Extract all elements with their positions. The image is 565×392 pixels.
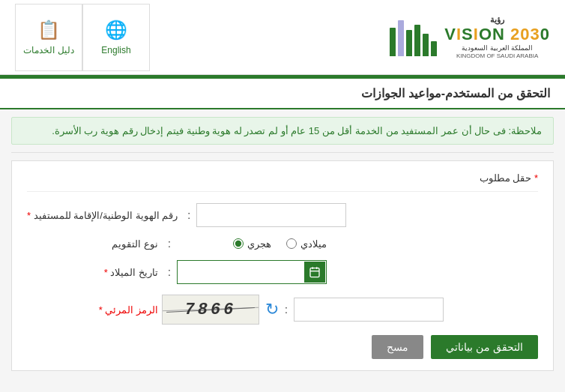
kingdom-label-en: KINGDOM OF SAUDI ARABIA [444,52,550,60]
vision-text: رؤية [444,15,550,25]
captcha-area: ↻ 7866 [162,295,279,325]
captcha-label: الرمز المرئي * [27,304,162,316]
logo-area: رؤية VISION 2030 المملكة العربية السعودي… [390,15,550,60]
captcha-row: : ↻ 7866 الرمز المرئي * [27,295,538,325]
captcha-required-star: * [99,304,103,316]
page-title-bar: التحقق من المستخدم-مواعيد الجوازات [0,79,565,109]
notice-text: ملاحظة: فى حال أن عمر المستفيد من الخدمة… [52,125,542,136]
id-input[interactable] [196,203,346,227]
birthdate-row: : تاريخ الميلاد * [27,260,538,284]
svg-rect-0 [310,268,319,277]
book-icon: 📋 [37,19,60,40]
calendar-icon-button[interactable] [304,262,325,283]
calendar-label: نوع التقويم [27,238,162,250]
bars-chart-icon [390,19,437,56]
action-row: التحقق من بياناتي مسح [27,335,538,359]
id-input-wrapper [196,203,346,227]
captcha-input-wrapper [294,298,444,322]
form-section: حقل مطلوب : رقم الهوية الوطنية/الإقامة ل… [11,160,554,371]
services-label: دليل الخدمات [23,45,73,55]
birthdate-input-wrapper [177,260,327,284]
birthdate-required-star: * [104,267,108,278]
calendar-colon: : [168,238,171,250]
page-title: التحقق من المستخدم-مواعيد الجوازات [15,86,550,100]
captcha-value: 7866 [185,301,237,319]
header: رؤية VISION 2030 المملكة العربية السعودي… [0,0,565,75]
refresh-icon: ↻ [265,300,279,319]
refresh-captcha-button[interactable]: ↻ [265,300,279,319]
english-button[interactable]: 🌐 English [82,4,150,71]
id-colon: : [187,209,190,221]
globe-icon: 🌐 [105,19,127,40]
captcha-image: 7866 [162,295,259,325]
id-label: رقم الهوية الوطنية/الإقامة للمستفيد * [27,210,181,221]
hijri-radio[interactable] [233,238,244,249]
english-label: English [101,45,130,55]
kingdom-label-ar: المملكة العربية السعودية [444,44,550,52]
header-nav: 🌐 English 📋 دليل الخدمات [15,4,150,71]
services-button[interactable]: 📋 دليل الخدمات [15,4,82,71]
separator [11,152,554,153]
hijri-radio-label[interactable]: هجري [233,238,271,250]
captcha-input[interactable] [294,298,444,322]
birthdate-label: تاريخ الميلاد * [27,267,162,278]
miladi-label: ميلادي [300,238,327,250]
calendar-radio-group: ميلادي هجري [177,238,327,250]
hijri-label: هجري [247,238,271,250]
id-row: : رقم الهوية الوطنية/الإقامة للمستفيد * [27,203,538,227]
required-legend: حقل مطلوب [27,172,538,192]
vision-year: VISION 2030 [444,25,550,44]
notice-bar: ملاحظة: فى حال أن عمر المستفيد من الخدمة… [11,117,554,145]
captcha-colon: : [285,304,288,316]
calendar-type-row: ميلادي هجري : نوع التقويم [27,238,538,250]
calendar-icon [309,266,321,278]
miladi-radio[interactable] [286,238,297,249]
id-required-star: * [27,210,31,221]
miladi-radio-label[interactable]: ميلادي [286,238,327,250]
radio-group: ميلادي هجري [177,238,327,250]
birthdate-colon: : [168,266,171,278]
verify-button[interactable]: التحقق من بياناتي [431,335,538,359]
clear-button[interactable]: مسح [372,335,423,359]
vision-logo: رؤية VISION 2030 المملكة العربية السعودي… [444,15,550,60]
